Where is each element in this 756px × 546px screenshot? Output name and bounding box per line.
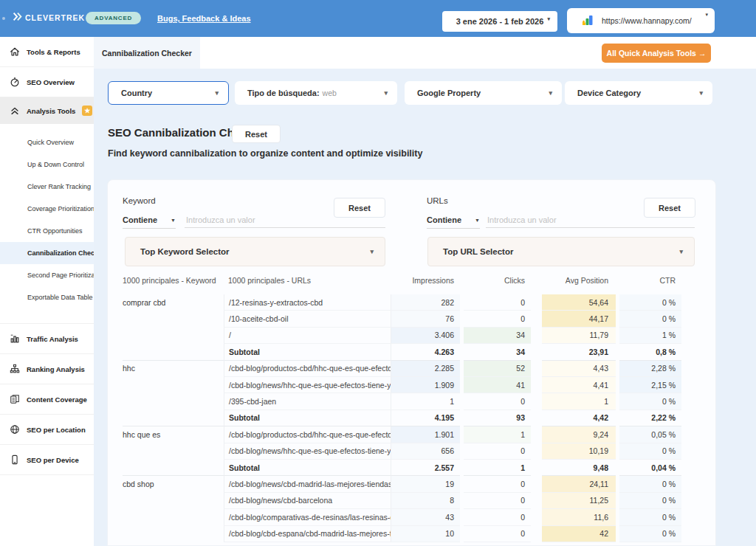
keyword-filter-label: Keyword bbox=[123, 196, 156, 205]
top-keyword-selector-dropdown[interactable]: Top Keyword Selector ▾ bbox=[125, 237, 385, 266]
table-subtotal-row: Subtotal2.55719,480,04 % bbox=[123, 460, 681, 476]
sidebar-item-coverage-prioritization[interactable]: Coverage Prioritization bbox=[0, 198, 94, 220]
url-cell: /12-resinas-y-extractos-cbd bbox=[224, 294, 391, 311]
sidebar-item-label: SEO per Location bbox=[27, 426, 86, 434]
url-cell: Subtotal bbox=[224, 460, 391, 476]
avg-position-cell: 54,64 bbox=[542, 294, 616, 311]
keyword-cell bbox=[123, 311, 224, 327]
clicks-cell: 1 bbox=[464, 460, 531, 476]
sidebar-item-content-coverage[interactable]: Content Coverage bbox=[0, 384, 94, 415]
top-url-selector-dropdown[interactable]: Top URL Selector ▾ bbox=[427, 237, 695, 266]
sidebar-item-seo-overview[interactable]: SEO Overview bbox=[0, 67, 94, 97]
sidebar-item-seo-per-device[interactable]: SEO per Device bbox=[0, 445, 94, 475]
url-cell: /cbd-blog/news/cbd-barcelona bbox=[224, 493, 391, 509]
keyword-cell bbox=[123, 460, 224, 476]
filter-value: web bbox=[323, 89, 337, 97]
impressions-cell: 1 bbox=[391, 393, 460, 410]
sidebar-item-label: Analysis Tools bbox=[27, 107, 75, 115]
url-cell: /cbd-blog/comparativas-de-resinas/las-re… bbox=[224, 509, 391, 525]
impressions-cell: 4.263 bbox=[391, 344, 460, 360]
column-header: 1000 principales - URLs bbox=[224, 276, 391, 285]
ctr-cell: 2,28 % bbox=[619, 361, 681, 377]
date-range-picker[interactable]: 3 ene 2026 - 1 feb 2026 ▾ bbox=[442, 11, 557, 32]
column-header: Impressions bbox=[391, 276, 460, 285]
url-cell: Subtotal bbox=[224, 410, 391, 426]
table-subtotal-row: Subtotal4.195934,422,22 % bbox=[123, 410, 681, 426]
cannibalization-card: Keyword Contiene ▼ Reset Top Keyword Sel… bbox=[107, 179, 716, 546]
sidebar-item-clever-rank-tracking[interactable]: Clever Rank Tracking bbox=[0, 176, 94, 198]
search-type-filter-dropdown[interactable]: Tipo de búsqueda: web ▾ bbox=[235, 81, 397, 105]
keyword-cell: comprar cbd bbox=[123, 294, 224, 311]
tab-cannibalization-checker[interactable]: Cannibalization Checker bbox=[94, 37, 200, 69]
avg-position-cell: 11,25 bbox=[542, 493, 616, 509]
sidebar-item-up-down-control[interactable]: Up & Down Control bbox=[0, 153, 94, 176]
sidebar-item-label: Ranking Analysis bbox=[27, 365, 85, 373]
keyword-reset-button[interactable]: Reset bbox=[334, 198, 385, 218]
all-quick-analysis-tools-button[interactable]: All Quick Analysis Tools → bbox=[602, 44, 711, 63]
sidebar-item-quick-overview[interactable]: Quick Overview bbox=[0, 131, 94, 153]
url-reset-button[interactable]: Reset bbox=[644, 198, 695, 218]
google-property-filter-dropdown[interactable]: Google Property ▾ bbox=[405, 81, 562, 105]
sidebar-item-analysis-tools[interactable]: Analysis Tools★ bbox=[0, 97, 94, 124]
impressions-cell: 76 bbox=[391, 311, 460, 327]
url-cell: /10-aceite-cbd-oil bbox=[224, 311, 391, 327]
chevron-down-icon: ▾ bbox=[705, 12, 708, 17]
caret-down-icon: ▼ bbox=[475, 218, 480, 223]
device-icon bbox=[9, 455, 20, 466]
tab-bar: Cannibalization Checker All Quick Analys… bbox=[94, 37, 756, 69]
ctr-cell: 0,05 % bbox=[619, 426, 681, 443]
sidebar-item-label: Content Coverage bbox=[27, 395, 87, 404]
sidebar-item-cannibalization-checker[interactable]: Cannibalization Checker bbox=[0, 242, 94, 264]
sidebar-item-ctr-opportunities[interactable]: CTR Opportunities bbox=[0, 220, 94, 242]
url-filter-label: URLs bbox=[427, 196, 448, 205]
chevron-down-icon: ▾ bbox=[699, 90, 703, 97]
table-row: /cbd-blog/news/cbd-barcelona8011,250 % bbox=[123, 493, 681, 509]
main-reset-button[interactable]: Reset bbox=[232, 125, 281, 143]
device-category-filter-dropdown[interactable]: Device Category ▾ bbox=[565, 81, 712, 105]
sidebar-item-ranking-analysis[interactable]: Ranking Analysis bbox=[0, 354, 94, 384]
avg-position-cell: 23,91 bbox=[542, 344, 616, 360]
sidebar-item-traffic-analysis[interactable]: Traffic Analysis bbox=[0, 324, 94, 354]
sidebar-item-second-page-prioritization[interactable]: Second Page Prioritization bbox=[0, 264, 94, 286]
table-row: /3.4063411,791 % bbox=[123, 328, 681, 344]
sitemap-icon bbox=[9, 364, 20, 375]
table-row: hhc/cbd-blog/productos-cbd/hhc-que-es-qu… bbox=[123, 361, 681, 377]
url-cell: / bbox=[224, 328, 391, 344]
keyword-cell bbox=[123, 493, 224, 509]
impressions-cell: 8 bbox=[391, 493, 460, 509]
clicks-cell: 0 bbox=[464, 526, 531, 542]
sidebar-item-seo-per-location[interactable]: SEO per Location bbox=[0, 415, 94, 445]
ctr-cell: 0 % bbox=[619, 476, 681, 492]
chevron-down-icon: ▾ bbox=[547, 16, 550, 21]
clicks-cell: 34 bbox=[464, 328, 531, 344]
star-badge-icon: ★ bbox=[82, 106, 92, 116]
country-filter-dropdown[interactable]: Country ▾ bbox=[108, 81, 229, 105]
impressions-cell: 282 bbox=[391, 294, 460, 311]
top-bar: CLEVERTREK ADVANCED Bugs, Feedback & Ide… bbox=[0, 0, 756, 37]
ctr-cell: 2,22 % bbox=[619, 410, 681, 426]
main-content: Country ▾ Tipo de búsqueda: web ▾ Google… bbox=[94, 69, 756, 546]
avg-position-cell: 10,19 bbox=[542, 443, 616, 460]
table-row: /10-aceite-cbd-oil76044,170 % bbox=[123, 311, 681, 327]
collapse-handle-icon[interactable] bbox=[2, 17, 5, 20]
selector-label: Top Keyword Selector bbox=[140, 247, 230, 256]
url-operator-dropdown[interactable]: Contiene ▼ bbox=[427, 212, 480, 229]
table-row: /cbd-blog/comparativas-de-resinas/las-re… bbox=[123, 509, 681, 525]
sidebar-item-tools-reports[interactable]: Tools & Reports bbox=[0, 37, 94, 67]
clicks-cell: 34 bbox=[464, 344, 531, 360]
url-cell: Subtotal bbox=[224, 344, 391, 360]
tab-label: Cannibalization Checker bbox=[102, 49, 192, 58]
sidebar-item-exportable-data-table[interactable]: Exportable Data Table bbox=[0, 286, 94, 308]
ctr-cell: 0,04 % bbox=[619, 460, 681, 476]
impressions-cell: 10 bbox=[391, 526, 460, 542]
avg-position-cell: 4,42 bbox=[542, 410, 616, 426]
feedback-link[interactable]: Bugs, Feedback & Ideas bbox=[157, 14, 251, 23]
property-selector[interactable]: https://www.hannapy.com/ ▾ bbox=[567, 8, 715, 33]
column-header: 1000 principales - Keyword bbox=[123, 276, 224, 285]
keyword-cell: cbd shop bbox=[123, 476, 224, 492]
url-cell: /cbd-blog/news/hhc-que-es-que-efectos-ti… bbox=[224, 377, 391, 393]
clicks-cell: 0 bbox=[464, 493, 531, 509]
clicks-cell: 0 bbox=[464, 509, 531, 525]
keyword-operator-dropdown[interactable]: Contiene ▼ bbox=[123, 212, 176, 229]
property-url: https://www.hannapy.com/ bbox=[602, 16, 692, 25]
